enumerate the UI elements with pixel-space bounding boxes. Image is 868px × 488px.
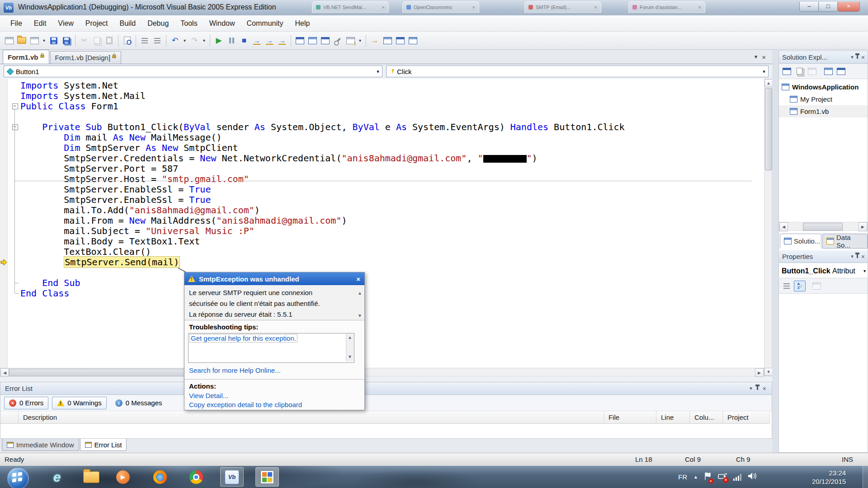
power-status-icon[interactable]: × — [718, 473, 727, 482]
tab-close-icon[interactable]: × — [472, 5, 475, 10]
chevron-down-icon[interactable]: ▾ — [760, 69, 768, 75]
redo-button[interactable]: ↷ — [189, 35, 200, 47]
scroll-up-icon[interactable]: ▲ — [358, 288, 362, 299]
scroll-down-icon[interactable]: ▼ — [348, 354, 352, 359]
scroll-right-icon[interactable]: ▶ — [755, 368, 764, 377]
start-button[interactable] — [6, 467, 30, 487]
scroll-up-icon[interactable]: ▲ — [764, 79, 773, 87]
solution-explorer-button[interactable] — [294, 35, 306, 47]
code-line[interactable]: SmtpServer.Host = "smtp.gmail.com" — [0, 174, 764, 184]
fold-toggle-class[interactable] — [12, 103, 18, 109]
fold-toggle-sub[interactable] — [12, 124, 18, 130]
scroll-up-icon[interactable]: ▲ — [348, 335, 352, 340]
scrollbar-thumb[interactable] — [765, 88, 772, 170]
tab-form1-vb-design-[interactable]: Form1.vb [Design] — [50, 51, 122, 64]
menu-help[interactable]: Help — [289, 17, 316, 30]
column-header-icon[interactable] — [0, 411, 19, 424]
objects-combobox[interactable]: Button1 ▾ — [4, 66, 382, 77]
code-editor[interactable]: Imports System.NetImports System.Net.Mai… — [0, 79, 764, 368]
column-header-File[interactable]: File — [604, 411, 656, 424]
undo-button[interactable]: ↶ — [169, 35, 181, 47]
code-line[interactable]: SmtpServer.EnableSsl = True — [0, 195, 764, 205]
add-item-button[interactable] — [3, 35, 15, 47]
messages-filter-button[interactable]: i 0 Messages — [110, 397, 167, 409]
view-designer-button[interactable] — [835, 66, 846, 76]
find-button[interactable] — [121, 35, 133, 47]
scrollbar-thumb[interactable] — [803, 223, 843, 231]
pin-icon[interactable] — [857, 254, 858, 258]
code-line[interactable]: Private Sub Button1_Click(ByVal sender A… — [0, 122, 764, 132]
property-pages-button[interactable] — [811, 281, 822, 291]
tab-close-icon[interactable]: × — [382, 5, 385, 10]
show-all-files-button[interactable] — [794, 66, 805, 76]
open-file-button[interactable] — [16, 35, 28, 47]
properties-object-combobox[interactable]: Button1_Click Attribut ▾ — [779, 264, 868, 278]
save-all-button[interactable] — [61, 35, 72, 47]
column-header-Line[interactable]: Line — [656, 411, 690, 424]
refresh-button[interactable] — [807, 66, 817, 76]
chevron-down-icon[interactable]: ▾ — [863, 268, 868, 273]
menu-build[interactable]: Build — [114, 17, 142, 30]
menu-community[interactable]: Community — [241, 17, 289, 30]
clock[interactable]: 23:24 20/12/2015 — [812, 466, 846, 488]
step-into-button[interactable]: → — [251, 35, 263, 47]
column-header-Description[interactable]: Description — [19, 411, 604, 424]
code-line[interactable]: Imports System.Net — [0, 80, 764, 91]
window-position-dropdown-icon[interactable]: ▾ — [851, 253, 854, 259]
pin-icon[interactable] — [857, 55, 858, 59]
scrollbar-thumb[interactable] — [9, 369, 200, 376]
comment-button[interactable] — [139, 35, 151, 47]
code-line[interactable] — [0, 267, 764, 278]
volume-icon[interactable] — [748, 472, 757, 482]
file-explorer-button[interactable] — [80, 467, 103, 487]
copy-button[interactable] — [91, 35, 103, 47]
step-over-button[interactable]: → — [264, 35, 275, 47]
panel-splitter[interactable] — [772, 50, 778, 453]
solution-explorer-header[interactable]: Solution Expl... ▾ × — [779, 51, 868, 64]
minimize-button[interactable]: – — [799, 2, 819, 12]
view-detail-link[interactable]: View Detail... — [189, 392, 228, 399]
background-browser-tab[interactable]: VB.NET SendMai...× — [312, 1, 389, 13]
code-line[interactable]: Dim mail As New MailMessage() — [0, 132, 764, 143]
firefox-button[interactable] — [148, 467, 172, 487]
maximize-button[interactable]: □ — [818, 2, 838, 12]
start-debug-button[interactable]: ▶ — [213, 35, 225, 47]
cut-button[interactable]: ✂ — [78, 35, 90, 47]
code-lines[interactable]: Imports System.NetImports System.Net.Mai… — [0, 80, 764, 299]
close-icon[interactable]: × — [861, 54, 865, 61]
tree-item-windowsapplication[interactable]: WindowsApplication — [779, 81, 868, 93]
code-line[interactable]: End Sub — [0, 278, 764, 288]
error-list-button[interactable] — [344, 35, 356, 47]
search-help-online-link[interactable]: Search for more Help Online... — [189, 366, 281, 374]
window-position-dropdown-icon[interactable]: ▾ — [851, 54, 854, 60]
scroll-down-icon[interactable]: ▼ — [358, 310, 362, 321]
action-center-icon[interactable]: × — [704, 472, 712, 482]
code-line[interactable]: mail.To.Add("anis8ahmadi@gmail.com") — [0, 205, 764, 216]
new-item-button[interactable] — [28, 35, 40, 47]
errors-filter-button[interactable]: × 0 Errors — [4, 397, 48, 409]
general-help-link[interactable]: Get general help for this exception. — [190, 334, 297, 342]
tab-solution-explorer[interactable]: Solutio... — [780, 234, 821, 249]
immediate-window-button[interactable] — [382, 35, 393, 47]
pin-icon[interactable] — [757, 386, 758, 390]
properties-header[interactable]: Properties ▾ × — [779, 250, 868, 263]
window-position-dropdown-icon[interactable]: ▾ — [750, 385, 752, 391]
menu-file[interactable]: File — [5, 17, 28, 30]
exception-dialog-header[interactable]: SmtpException was unhandled × — [184, 272, 364, 285]
code-line[interactable]: Public Class Form1 — [0, 101, 764, 112]
chevron-down-icon[interactable]: ▾ — [374, 69, 382, 75]
menu-debug[interactable]: Debug — [142, 17, 175, 30]
tab-close-icon[interactable]: × — [698, 5, 701, 10]
events-combobox[interactable]: Click ▾ — [386, 66, 769, 77]
visual-basic-taskbar-button[interactable]: Vb — [220, 467, 244, 487]
tab-close-icon[interactable]: × — [762, 53, 766, 61]
media-player-button[interactable]: ▶ — [111, 467, 135, 487]
solution-explorer-hscrollbar[interactable]: ◀ ▶ — [779, 222, 868, 231]
scroll-right-icon[interactable]: ▶ — [859, 222, 867, 231]
tray-expand-icon[interactable]: ▲ — [693, 474, 698, 479]
scroll-left-icon[interactable]: ◀ — [0, 368, 9, 377]
code-line[interactable]: mail.Body = TextBox1.Text — [0, 236, 764, 247]
tab-list-dropdown-icon[interactable]: ▾ — [755, 53, 758, 61]
tree-item-my-project[interactable]: My Project — [779, 93, 868, 105]
new-item-dropdown[interactable]: ▾ — [41, 35, 47, 47]
